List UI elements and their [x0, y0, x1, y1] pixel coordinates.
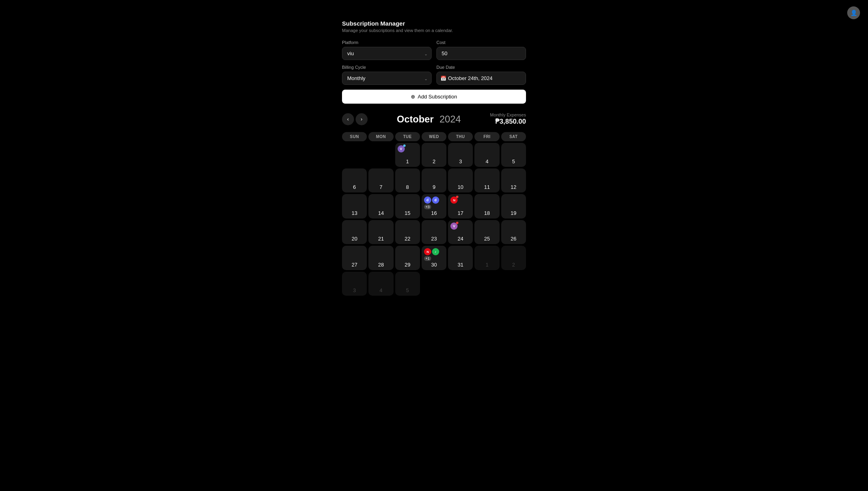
calendar-day[interactable]: 7 [368, 168, 393, 192]
calendar-day[interactable]: 20 [342, 220, 367, 244]
billing-cycle-select[interactable]: Monthly Yearly Weekly [342, 72, 432, 85]
sub-icons: V [398, 145, 418, 152]
calendar-day[interactable]: 26 [501, 220, 526, 244]
calendar-day[interactable]: 5 [501, 143, 526, 167]
day-number: 22 [398, 236, 418, 242]
calendar-day[interactable]: 4 [474, 143, 499, 167]
sub-icons: V [450, 222, 470, 230]
calendar-day[interactable] [342, 143, 367, 167]
calendar-day[interactable]: 9 [422, 168, 446, 192]
day-number: 11 [477, 184, 497, 190]
expenses-amount: ₱3,850.00 [490, 117, 526, 126]
calendar-day[interactable]: 12 [501, 168, 526, 192]
calendar-day[interactable]: 2 [501, 246, 526, 270]
calendar-day[interactable]: 23 [422, 220, 446, 244]
calendar-day[interactable]: 18 [474, 194, 499, 218]
day-number: 1 [477, 262, 497, 268]
calendar-day[interactable]: 21 [368, 220, 393, 244]
cost-input[interactable] [436, 47, 526, 60]
day-number: 28 [371, 262, 391, 268]
calendar-day[interactable]: 10 [448, 168, 473, 192]
day-header-sat: SAT [501, 132, 526, 141]
form-row-2: Billing Cycle Monthly Yearly Weekly Due … [342, 65, 526, 85]
avatar-icon: 👤 [850, 10, 857, 16]
day-header-wed: WED [422, 132, 446, 141]
day-number: 21 [371, 236, 391, 242]
calendar-day[interactable]: 3 [342, 272, 367, 296]
add-icon: ⊕ [411, 94, 415, 100]
day-header-fri: FRI [474, 132, 499, 141]
page-title: Subscription Manager [342, 20, 526, 27]
calendar-day[interactable]: 3 [448, 143, 473, 167]
expenses-label: Monthly Expenses [490, 112, 526, 117]
calendar-day[interactable]: dd+316 [422, 194, 446, 218]
due-date-wrapper: 📅 [436, 72, 526, 85]
sub-icon-spotify: ♪ [432, 248, 439, 255]
plus-badge: +1 [424, 256, 431, 261]
calendar-day[interactable]: 15 [395, 194, 420, 218]
calendar-day[interactable]: 14 [368, 194, 393, 218]
billing-cycle-group: Billing Cycle Monthly Yearly Weekly [342, 65, 432, 85]
nav-buttons: ‹ › [342, 113, 368, 125]
due-date-input[interactable] [436, 72, 526, 85]
calendar-day[interactable] [368, 143, 393, 167]
prev-month-button[interactable]: ‹ [342, 113, 354, 125]
calendar-day[interactable]: V24 [448, 220, 473, 244]
day-number: 29 [398, 262, 418, 268]
sub-dot [456, 222, 458, 224]
day-number: 5 [504, 158, 524, 164]
day-number: 2 [504, 262, 524, 268]
user-avatar[interactable]: 👤 [847, 6, 860, 19]
day-number: 18 [477, 210, 497, 216]
platform-label: Platform [342, 40, 432, 45]
day-number: 9 [424, 184, 444, 190]
sub-icon-viu: V [398, 145, 405, 152]
next-month-button[interactable]: › [356, 113, 368, 125]
day-headers: SUN MON TUE WED THU FRI SAT [342, 132, 526, 141]
calendar-day[interactable]: 8 [395, 168, 420, 192]
calendar-day[interactable]: 11 [474, 168, 499, 192]
day-number: 7 [371, 184, 391, 190]
calendar-grid: SUN MON TUE WED THU FRI SAT V12345678910… [342, 132, 526, 296]
day-number: 4 [477, 158, 497, 164]
calendar-day[interactable]: 4 [368, 272, 393, 296]
plus-badge: +3 [424, 204, 431, 209]
billing-select-wrapper: Monthly Yearly Weekly [342, 72, 432, 85]
day-number: 31 [450, 262, 470, 268]
add-subscription-button[interactable]: ⊕ Add Subscription [342, 90, 526, 104]
expenses-info: Monthly Expenses ₱3,850.00 [490, 112, 526, 126]
calendar-day[interactable]: 29 [395, 246, 420, 270]
calendar-day[interactable]: N17 [448, 194, 473, 218]
calendar-day[interactable]: 2 [422, 143, 446, 167]
day-number: 20 [344, 236, 364, 242]
day-number: 25 [477, 236, 497, 242]
due-date-label: Due Date [436, 65, 526, 70]
calendar-day[interactable]: 22 [395, 220, 420, 244]
day-number: 15 [398, 210, 418, 216]
day-number: 1 [398, 158, 418, 164]
day-number: 17 [450, 210, 470, 216]
calendar-day[interactable]: 1 [474, 246, 499, 270]
day-number: 14 [371, 210, 391, 216]
cost-group: Cost [436, 40, 526, 60]
calendar-day[interactable]: V1 [395, 143, 420, 167]
calendar-day[interactable]: 13 [342, 194, 367, 218]
calendar-day[interactable]: 19 [501, 194, 526, 218]
calendar-day[interactable]: N♪+130 [422, 246, 446, 270]
day-number: 23 [424, 236, 444, 242]
calendar-day[interactable]: 5 [395, 272, 420, 296]
platform-group: Platform viu Netflix Spotify Disney+ [342, 40, 432, 60]
calendar-day[interactable]: 28 [368, 246, 393, 270]
cost-label: Cost [436, 40, 526, 45]
calendar-day[interactable]: 6 [342, 168, 367, 192]
calendar-day[interactable]: 25 [474, 220, 499, 244]
platform-select[interactable]: viu Netflix Spotify Disney+ [342, 47, 432, 60]
day-header-tue: TUE [395, 132, 420, 141]
calendar-day[interactable]: 27 [342, 246, 367, 270]
calendar-day[interactable]: 31 [448, 246, 473, 270]
sub-icon-netflix: N [450, 196, 458, 204]
day-number: 3 [344, 287, 364, 293]
add-button-label: Add Subscription [418, 94, 457, 100]
day-number: 12 [504, 184, 524, 190]
day-number: 8 [398, 184, 418, 190]
